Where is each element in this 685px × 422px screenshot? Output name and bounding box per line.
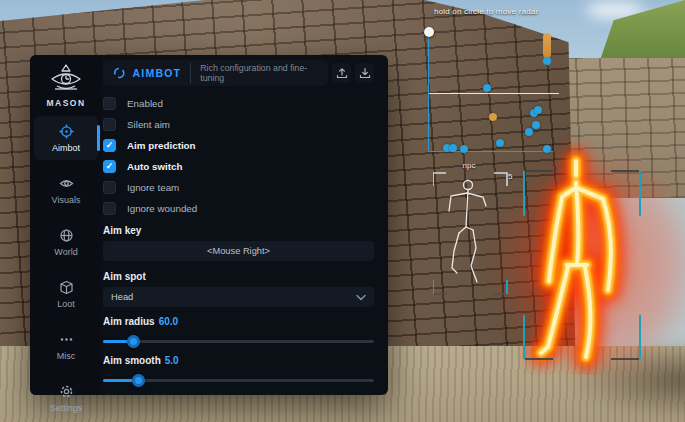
- tab-header: AIMBOT Rich configuration and fine-tunin…: [103, 60, 328, 86]
- aim-smooth-slider[interactable]: [103, 375, 374, 386]
- spinner-icon: [113, 66, 126, 80]
- radar-hint-text: hold on circle to move radar: [434, 7, 538, 16]
- toggle-label: Aim prediction: [127, 140, 196, 151]
- sidebar-item-label: Loot: [57, 299, 75, 309]
- globe-icon: [59, 228, 74, 243]
- sidebar-item-misc[interactable]: Misc: [34, 324, 98, 368]
- player-esp-box: [523, 170, 641, 361]
- radar-dot-enemy: [496, 139, 504, 147]
- sidebar-item-label: Misc: [57, 351, 76, 361]
- checkbox[interactable]: [103, 160, 116, 173]
- toggle-auto-switch[interactable]: Auto switch: [103, 156, 374, 177]
- sidebar-item-label: Settings: [50, 403, 83, 413]
- dots-icon: [59, 332, 74, 347]
- radar-dot-enemy: [449, 144, 457, 152]
- tab-subtitle: Rich configuration and fine-tuning: [190, 63, 318, 83]
- radar-dot-friendly: [489, 113, 497, 121]
- toggle-label: Ignore wounded: [127, 203, 197, 214]
- slider-thumb[interactable]: [127, 335, 140, 348]
- radar-dot-enemy: [525, 128, 533, 136]
- checkbox[interactable]: [103, 202, 116, 215]
- loot-box-icon: [59, 280, 74, 295]
- aim-key-label: Aim key: [103, 225, 374, 236]
- eye-icon: [59, 176, 74, 191]
- aim-spot-label: Aim spot: [103, 271, 374, 282]
- sidebar-item-visuals[interactable]: Visuals: [34, 168, 98, 212]
- toggle-aim-prediction[interactable]: Aim prediction: [103, 135, 374, 156]
- upload-config-button[interactable]: [332, 63, 351, 83]
- toggle-label: Ignore team: [127, 182, 179, 193]
- sidebar-item-label: World: [54, 247, 77, 257]
- toggle-ignore-team[interactable]: Ignore team: [103, 177, 374, 198]
- sidebar-item-label: Visuals: [52, 195, 81, 205]
- download-config-button[interactable]: [355, 63, 374, 83]
- radar-dot-enemy: [543, 145, 551, 153]
- mason-logo: MASON: [46, 63, 85, 108]
- npc-esp-label: npc: [433, 161, 505, 170]
- sidebar-item-loot[interactable]: Loot: [34, 272, 98, 316]
- toggle-label: Enabled: [127, 98, 163, 109]
- upload-icon: [336, 67, 348, 79]
- game-scene: hold on circle to move radar npc 5: [0, 0, 685, 422]
- toggle-silent-aim[interactable]: Silent aim: [103, 114, 374, 135]
- checkbox[interactable]: [103, 181, 116, 194]
- npc-skeleton: [433, 172, 509, 302]
- toggle-label: Silent aim: [127, 119, 170, 130]
- radar-dot-enemy: [534, 106, 542, 114]
- toggle-enabled[interactable]: Enabled: [103, 93, 374, 114]
- cheat-menu-panel: MASON Aimbot: [30, 55, 388, 395]
- chevron-down-icon: [356, 294, 366, 301]
- sidebar-item-label: Aimbot: [52, 143, 80, 153]
- aim-spot-dropdown[interactable]: Head: [103, 287, 374, 307]
- radar-midline: [429, 93, 559, 94]
- toggle-label: Auto switch: [127, 161, 183, 172]
- logo-label: MASON: [46, 98, 85, 108]
- checkbox[interactable]: [103, 118, 116, 131]
- radar-drag-handle[interactable]: [424, 27, 434, 37]
- mason-eye-icon: [48, 63, 84, 95]
- world-marker-dot: [543, 57, 551, 65]
- aim-radius-slider[interactable]: [103, 336, 374, 347]
- toggle-list: Enabled Silent aim Aim prediction Auto s…: [103, 93, 374, 219]
- sidebar-item-aimbot[interactable]: Aimbot: [34, 116, 98, 160]
- active-indicator: [97, 125, 100, 151]
- checkbox[interactable]: [103, 139, 116, 152]
- aim-key-button[interactable]: <Mouse Right>: [103, 241, 374, 261]
- sidebar: MASON Aimbot: [30, 55, 102, 395]
- radar-dot-enemy: [483, 84, 491, 92]
- aim-spot-value: Head: [111, 292, 356, 302]
- toggle-ignore-wounded[interactable]: Ignore wounded: [103, 198, 374, 219]
- world-marker-bar: [543, 33, 551, 58]
- sidebar-item-world[interactable]: World: [34, 220, 98, 264]
- aim-radius-value: 60.0: [159, 316, 178, 327]
- aim-smooth-value: 5.0: [165, 355, 179, 366]
- slider-track[interactable]: [103, 340, 374, 343]
- panel-content: AIMBOT Rich configuration and fine-tunin…: [102, 55, 388, 395]
- radar-dot-enemy: [460, 145, 468, 153]
- download-icon: [359, 67, 371, 79]
- tab-title: AIMBOT: [133, 67, 182, 79]
- aim-radius-label: Aim radius: [103, 316, 155, 327]
- crosshair-icon: [59, 124, 74, 139]
- checkbox[interactable]: [103, 97, 116, 110]
- aim-smooth-label: Aim smooth: [103, 355, 161, 366]
- slider-thumb[interactable]: [132, 374, 145, 387]
- gear-icon: [59, 384, 74, 399]
- sidebar-item-settings[interactable]: Settings: [34, 376, 98, 420]
- radar[interactable]: [428, 32, 553, 152]
- radar-dot-enemy: [532, 121, 540, 129]
